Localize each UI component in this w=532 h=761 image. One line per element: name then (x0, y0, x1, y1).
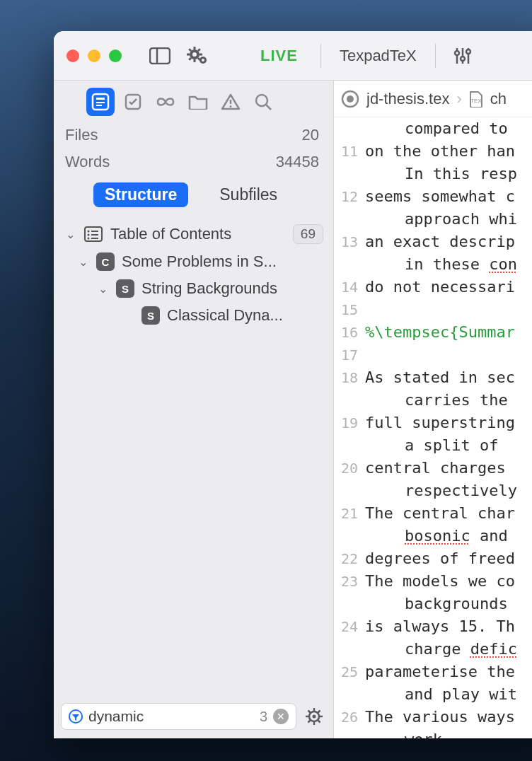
svg-point-3 (192, 52, 197, 57)
code-line[interactable]: and play wit (334, 683, 532, 706)
svg-rect-22 (96, 102, 105, 103)
chevron-down-icon[interactable]: ⌄ (64, 228, 76, 241)
code-line[interactable]: respectively (334, 480, 532, 502)
section-badge: S (141, 306, 160, 325)
words-count: 34458 (276, 153, 319, 171)
outline-mode-button[interactable] (86, 88, 115, 116)
tree-item-subsection[interactable]: S Classical Dyna... (61, 302, 326, 329)
svg-point-27 (256, 95, 267, 106)
code-line[interactable]: compared to (334, 117, 532, 140)
filter-bar: dynamic 3 ✕ (54, 697, 333, 738)
sliders-button[interactable] (447, 42, 478, 70)
line-number: 21 (334, 502, 365, 525)
sidebar-icon (149, 47, 170, 64)
code-line[interactable]: 22degrees of freed (334, 547, 532, 570)
svg-point-19 (466, 50, 470, 54)
live-indicator[interactable]: LIVE (249, 47, 309, 65)
svg-point-38 (313, 715, 316, 719)
code-line[interactable]: In this resp (334, 163, 532, 185)
code-line[interactable]: 26The various ways (334, 706, 532, 728)
code-line[interactable]: work. (334, 728, 532, 738)
svg-rect-7 (200, 53, 202, 55)
code-line[interactable]: a split of (334, 434, 532, 457)
code-line[interactable]: 23The models we co (334, 570, 532, 593)
tree-item-label: Some Problems in S... (122, 252, 277, 271)
tree-item-label: String Backgrounds (141, 279, 277, 298)
code-line[interactable]: 17 (334, 344, 532, 366)
settings-button[interactable] (183, 42, 214, 70)
code-line[interactable]: 18As stated in sec (334, 366, 532, 389)
toc-root[interactable]: ⌄ Table of Contents 69 (61, 220, 326, 248)
folder-icon (188, 94, 208, 110)
code-line[interactable]: 20central charges (334, 457, 532, 480)
files-mode-button[interactable] (184, 88, 212, 116)
code-line[interactable]: in these con (334, 253, 532, 276)
filter-settings-button[interactable] (302, 704, 326, 728)
tex-file-icon: TEX (469, 91, 483, 108)
search-mode-button[interactable] (249, 88, 277, 116)
gear-icon (186, 46, 210, 66)
svg-line-46 (308, 721, 311, 723)
minimize-button[interactable] (88, 50, 100, 62)
engine-label[interactable]: TexpadTeX (332, 47, 424, 65)
filter-count: 3 (260, 709, 267, 725)
code-text: compared to (365, 117, 508, 140)
clear-filter-button[interactable]: ✕ (273, 709, 289, 724)
line-number: 17 (334, 344, 365, 366)
code-line[interactable]: bosonic and (334, 525, 532, 547)
code-text: backgrounds (365, 593, 508, 615)
code-line[interactable]: 24is always 15. Th (334, 615, 532, 638)
breadcrumb[interactable]: jd-thesis.tex › TEX ch (334, 81, 532, 117)
code-line[interactable]: 11on the other han (334, 140, 532, 163)
code-line[interactable]: 16%\tempsec{Summar (334, 321, 532, 344)
tab-subfiles[interactable]: Subfiles (208, 182, 289, 207)
symbols-mode-button[interactable] (151, 88, 180, 116)
files-label: Files (65, 126, 98, 144)
code-line[interactable]: carries the (334, 389, 532, 412)
tab-structure[interactable]: Structure (93, 182, 188, 207)
line-number: 18 (334, 366, 365, 389)
code-text: is always 15. Th (365, 615, 515, 638)
line-number: 23 (334, 570, 365, 593)
tree-item-chapter[interactable]: ⌄ C Some Problems in S... (61, 248, 326, 275)
words-stat: Words 34458 (54, 149, 333, 175)
svg-rect-5 (194, 59, 196, 62)
chevron-down-icon[interactable]: ⌄ (96, 282, 109, 296)
code-line[interactable]: 19full superstring (334, 412, 532, 434)
sidebar-mode-icons (54, 81, 333, 122)
code-line[interactable]: 12seems somewhat c (334, 185, 532, 208)
svg-line-45 (318, 711, 320, 713)
code-line[interactable]: 13an exact descrip (334, 231, 532, 253)
chapter-badge: C (96, 252, 115, 271)
todos-mode-button[interactable] (119, 88, 147, 116)
target-icon (341, 90, 359, 108)
line-number: 13 (334, 231, 365, 253)
warnings-mode-button[interactable] (216, 88, 245, 116)
code-line[interactable]: 21The central char (334, 502, 532, 525)
close-button[interactable] (66, 50, 79, 62)
code-text: The various ways (365, 706, 515, 728)
tree-item-section[interactable]: ⌄ S String Backgrounds (61, 275, 326, 302)
line-number: 22 (334, 547, 365, 570)
crumb-child[interactable]: ch (490, 90, 507, 108)
code-text: respectively (365, 480, 517, 502)
code-line[interactable]: approach whi (334, 208, 532, 231)
code-text: on the other han (365, 140, 515, 163)
filter-input[interactable]: dynamic 3 ✕ (61, 703, 296, 730)
svg-point-17 (461, 57, 465, 61)
files-count: 20 (302, 126, 319, 144)
code-line[interactable]: 14do not necessari (334, 276, 532, 298)
code-area[interactable]: compared to11on the other hanIn this res… (334, 117, 532, 738)
crumb-file[interactable]: jd-thesis.tex (366, 90, 449, 108)
code-line[interactable]: 25parameterise the (334, 661, 532, 683)
tree-item-label: Classical Dyna... (167, 306, 283, 325)
code-line[interactable]: charge defic (334, 638, 532, 661)
chevron-down-icon[interactable]: ⌄ (76, 255, 89, 269)
zoom-button[interactable] (109, 50, 122, 62)
code-line[interactable]: backgrounds (334, 593, 532, 615)
toggle-sidebar-button[interactable] (144, 42, 175, 70)
list-icon (83, 226, 103, 243)
toc-label: Table of Contents (110, 225, 231, 243)
code-line[interactable]: 15 (334, 298, 532, 321)
line-number: 20 (334, 457, 365, 480)
